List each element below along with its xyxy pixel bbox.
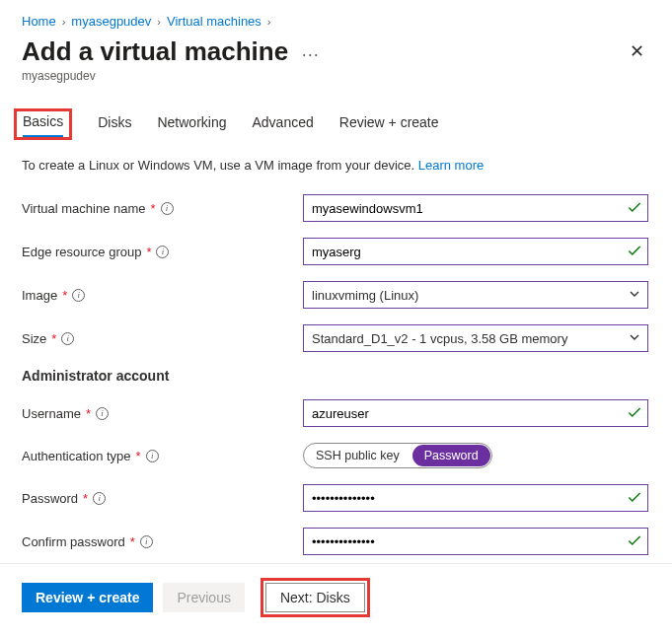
close-icon[interactable]: ✕ [624,36,650,66]
erg-input[interactable] [303,238,648,265]
info-icon[interactable]: i [61,332,74,345]
required-indicator: * [130,534,135,549]
breadcrumb-level1[interactable]: myasegpudev [71,14,151,29]
authtype-ssh-option[interactable]: SSH public key [304,444,411,467]
chevron-right-icon: › [62,16,66,28]
info-icon[interactable]: i [140,535,153,548]
confirm-password-input[interactable] [303,528,648,555]
chevron-right-icon: › [267,16,271,28]
breadcrumb-level2[interactable]: Virtual machines [167,14,261,29]
password-input[interactable] [303,484,648,512]
info-icon[interactable]: i [72,289,85,302]
required-indicator: * [151,201,156,216]
breadcrumb: Home › myasegpudev › Virtual machines › [22,14,650,29]
admin-section-header: Administrator account [22,368,650,384]
intro-text: To create a Linux or Windows VM, use a V… [22,158,650,173]
required-indicator: * [146,245,151,259]
size-select-value: Standard_D1_v2 - 1 vcpus, 3.58 GB memory [312,331,567,346]
breadcrumb-home[interactable]: Home [22,14,56,29]
more-actions-button[interactable]: ··· [302,44,320,64]
vm-name-label: Virtual machine name [22,201,146,216]
required-indicator: * [62,288,67,303]
tab-disks[interactable]: Disks [98,108,131,140]
info-icon[interactable]: i [161,202,174,215]
authtype-password-option[interactable]: Password [412,445,490,466]
confirm-password-label: Confirm password [22,534,125,549]
required-indicator: * [51,331,56,346]
image-select[interactable]: linuxvmimg (Linux) [303,281,648,309]
previous-button: Previous [163,583,244,612]
authtype-label: Authentication type [22,449,131,463]
info-icon[interactable]: i [96,407,109,420]
tab-strip: Basics Disks Networking Advanced Review … [22,108,650,140]
review-create-button[interactable]: Review + create [22,583,153,612]
size-select[interactable]: Standard_D1_v2 - 1 vcpus, 3.58 GB memory [303,324,648,352]
tab-basics[interactable]: Basics [23,107,63,139]
page-subtitle: myasegpudev [22,69,650,83]
image-select-value: linuxvmimg (Linux) [312,288,418,303]
info-icon[interactable]: i [93,492,106,505]
page-title: Add a virtual machine [22,36,288,67]
required-indicator: * [136,449,141,463]
tab-review[interactable]: Review + create [339,108,439,140]
next-disks-button[interactable]: Next: Disks [265,583,365,612]
password-label: Password [22,491,78,506]
username-label: Username [22,406,81,421]
chevron-right-icon: › [157,16,161,28]
tab-networking[interactable]: Networking [157,108,226,140]
erg-label: Edge resource group [22,245,141,259]
image-label: Image [22,288,57,303]
info-icon[interactable]: i [146,450,159,462]
authtype-segmented: SSH public key Password [303,443,492,468]
size-label: Size [22,331,46,346]
required-indicator: * [83,491,88,506]
info-icon[interactable]: i [156,246,169,258]
footer-actions: Review + create Previous Next: Disks [0,563,672,637]
vm-name-input[interactable] [303,194,648,222]
required-indicator: * [86,406,91,421]
tab-advanced[interactable]: Advanced [253,108,314,140]
learn-more-link[interactable]: Learn more [418,158,484,173]
username-input[interactable] [303,399,648,427]
